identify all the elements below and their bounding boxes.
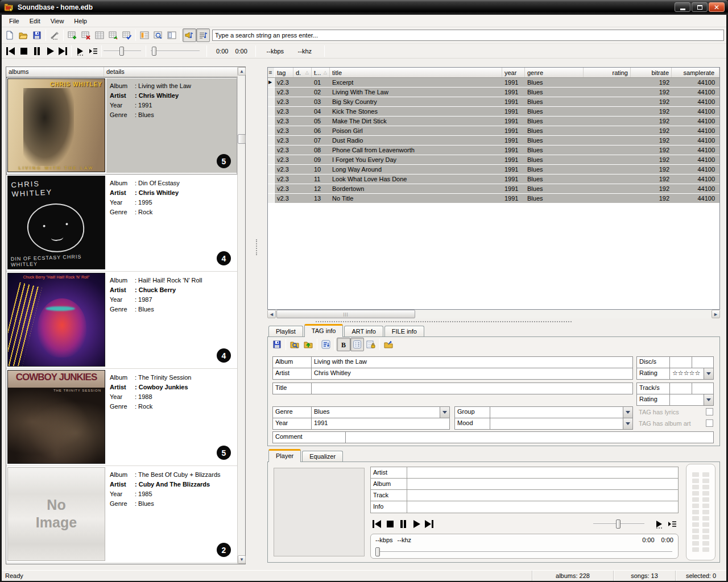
details-column-header[interactable]: details: [104, 67, 245, 77]
table-row[interactable]: v2.306Poison Girl1991Blues19244100: [268, 126, 719, 136]
restore-button[interactable]: [692, 2, 708, 12]
tag-lock-button[interactable]: [364, 338, 378, 351]
table-row[interactable]: v2.312Bordertown1991Blues19244100: [268, 184, 719, 194]
table-row[interactable]: ▶v2.301Excerpt1991Blues19244100: [268, 78, 719, 88]
group-field[interactable]: Group: [454, 406, 633, 418]
year-field[interactable]: Year 1991: [272, 418, 450, 430]
table-grid-button[interactable]: [93, 28, 106, 42]
rating-stars[interactable]: ☆☆☆☆☆: [670, 368, 704, 379]
rating-dropdown-button[interactable]: [704, 368, 713, 379]
album-field[interactable]: Album Living with the Law: [272, 356, 633, 368]
column-header-bit[interactable]: bitrate: [631, 68, 672, 77]
title-field[interactable]: Title: [272, 383, 633, 394]
player-volume-slider[interactable]: [593, 519, 644, 529]
table-check-button[interactable]: [120, 28, 134, 42]
table-row[interactable]: v2.305Make The Dirt Stick1991Blues192441…: [268, 117, 719, 126]
tag-sort-button[interactable]: [319, 338, 333, 351]
player-skip-back-button[interactable]: [370, 518, 383, 530]
group-field-value[interactable]: [490, 407, 623, 418]
scroll-right-button[interactable]: ►: [712, 310, 720, 318]
scroll-left-button[interactable]: ◄: [267, 310, 276, 318]
volume-slider[interactable]: [104, 46, 141, 56]
column-header-t[interactable]: t...△: [312, 68, 330, 77]
table-row[interactable]: v2.307Dust Radio1991Blues19244100: [268, 136, 719, 146]
track-rating-field[interactable]: Rating: [636, 394, 714, 406]
tab-tag-info[interactable]: TAG info: [304, 324, 344, 337]
tracks-field-value[interactable]: [670, 383, 692, 394]
vertical-splitter[interactable]: [256, 239, 257, 255]
table-row[interactable]: v2.302Living With The Law1991Blues192441…: [268, 88, 719, 97]
album-entry[interactable]: COWBOY JUNKIESTHE TRINITY SESSIONAlbum: …: [6, 369, 237, 466]
discs-field-value[interactable]: [670, 357, 692, 368]
seek-slider[interactable]: [151, 46, 200, 56]
stop-button[interactable]: [17, 45, 30, 57]
slider-thumb[interactable]: [375, 547, 380, 556]
player-skip-forward-button[interactable]: [423, 518, 436, 530]
playlist-note-toggle[interactable]: [196, 28, 210, 42]
column-header-samp[interactable]: samplerate: [672, 68, 719, 77]
menu-help[interactable]: Help: [69, 16, 92, 26]
play-scan-button[interactable]: [73, 45, 86, 57]
tracks-cell[interactable]: [692, 383, 713, 394]
close-button[interactable]: ✕: [709, 2, 725, 12]
column-header-genre[interactable]: genre: [525, 68, 584, 77]
albums-column-header[interactable]: albums: [6, 67, 104, 77]
player-play-scan-button[interactable]: [652, 518, 665, 530]
save-button[interactable]: [30, 28, 44, 42]
follow-cursor-button[interactable]: [86, 45, 100, 57]
column-header-title[interactable]: title: [330, 68, 502, 77]
mood-dropdown-button[interactable]: [623, 418, 632, 429]
columns-button[interactable]: [165, 28, 179, 42]
comment-field[interactable]: Comment: [272, 431, 714, 443]
tag-has-albumart-checkbox[interactable]: [706, 419, 713, 427]
tab-file-info[interactable]: FILE info: [384, 326, 424, 337]
genre-dropdown-button[interactable]: [440, 407, 449, 418]
discs-field[interactable]: Disc/s: [636, 356, 714, 368]
column-header-tag[interactable]: tag: [275, 68, 293, 77]
column-header-rating[interactable]: rating: [584, 68, 631, 77]
hscrollbar-thumb[interactable]: |||: [276, 310, 415, 318]
row-selector-header[interactable]: ≣: [268, 68, 275, 77]
comment-field-value[interactable]: [346, 432, 713, 443]
slider-thumb[interactable]: [616, 519, 621, 529]
genre-field-value[interactable]: Blues: [312, 407, 440, 418]
player-pause-button[interactable]: [396, 518, 410, 530]
table-row[interactable]: v2.309I Forget You Every Day1991Blues192…: [268, 155, 719, 165]
player-follow-cursor-button[interactable]: [665, 518, 679, 530]
title-bar[interactable]: Soundbase - home.edb ✕: [0, 0, 728, 15]
album-entry[interactable]: No ImageAlbum: The Best Of Cuby + Blizza…: [6, 466, 237, 563]
tag-send-button[interactable]: [382, 338, 395, 351]
tracks-field[interactable]: Track/s: [636, 383, 714, 394]
scroll-down-button[interactable]: ▼: [238, 555, 246, 564]
mood-field-value[interactable]: [490, 418, 623, 429]
table-row[interactable]: v2.311Look What Love Has Done1991Blues19…: [268, 174, 719, 184]
album-entry[interactable]: Chuck Berry "Hail! Hail! Rock 'N' Roll"A…: [6, 272, 237, 369]
play-button[interactable]: [43, 45, 56, 57]
table-refresh-button[interactable]: [106, 28, 120, 42]
tools-button[interactable]: [48, 28, 61, 42]
tag-export-folder-button[interactable]: [301, 338, 315, 351]
slider-thumb[interactable]: [119, 47, 124, 56]
minimize-button[interactable]: [675, 2, 690, 12]
tab-equalizer[interactable]: Equalizer: [302, 451, 343, 462]
layout-list-button[interactable]: [138, 28, 151, 42]
table-add-button[interactable]: [65, 28, 79, 42]
year-field-value[interactable]: 1991: [312, 418, 449, 429]
open-folder-button[interactable]: [16, 28, 30, 42]
player-stop-button[interactable]: [383, 518, 396, 530]
tab-art-info[interactable]: ART info: [344, 326, 383, 337]
horizontal-splitter[interactable]: [316, 321, 572, 322]
tag-bold-toggle[interactable]: B: [337, 338, 350, 351]
genre-field[interactable]: Genre Blues: [272, 406, 450, 418]
rating2-field-value[interactable]: [670, 394, 704, 405]
column-header-year[interactable]: year: [502, 68, 525, 77]
pause-button[interactable]: [30, 45, 43, 57]
scrollbar-thumb[interactable]: [238, 134, 246, 144]
skip-forward-button[interactable]: [56, 45, 69, 57]
album-rating-field[interactable]: Rating ☆☆☆☆☆: [636, 368, 714, 380]
table-row[interactable]: v2.304Kick The Stones1991Blues19244100: [268, 107, 719, 117]
table-delete-button[interactable]: [79, 28, 93, 42]
tag-save-button[interactable]: [270, 338, 284, 351]
tag-search-folder-button[interactable]: [288, 338, 301, 351]
menu-view[interactable]: View: [46, 16, 69, 26]
